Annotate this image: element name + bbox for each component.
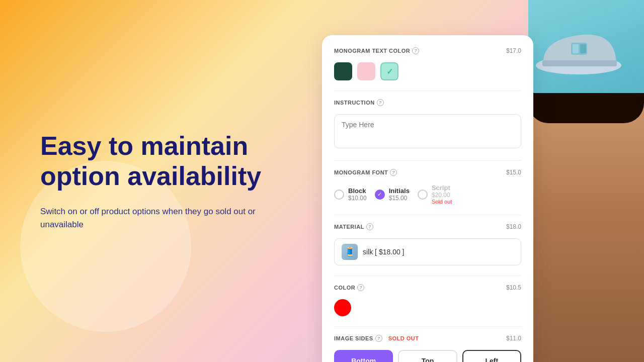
sides-header-row: IMAGE SIDES ? Sold out $11.0 [334, 335, 521, 342]
material-price: $18.0 [506, 223, 521, 230]
color-circle-red[interactable] [334, 299, 351, 316]
product-options-panel: MONOGRAM TEXT COLOR ? $17.0 ✓ INSTRUCTIO… [322, 35, 533, 362]
monogram-color-label: MONOGRAM TEXT COLOR ? [334, 47, 419, 54]
instruction-help[interactable]: ? [377, 99, 384, 106]
sides-buttons: Bottom Top Left [334, 350, 521, 362]
font-price-block: $10.00 [348, 195, 367, 202]
monogram-color-header: MONOGRAM TEXT COLOR ? $17.0 [334, 47, 521, 54]
material-icon: 🧵 [342, 244, 358, 260]
font-name-script: Script [432, 184, 452, 192]
swatch-dark-green[interactable] [334, 62, 352, 80]
font-info-block: Block $10.00 [348, 187, 367, 202]
divider-5 [334, 326, 521, 327]
font-help[interactable]: ? [390, 169, 397, 176]
divider-1 [334, 90, 521, 91]
side-btn-bottom[interactable]: Bottom [334, 350, 393, 362]
side-btn-top[interactable]: Top [398, 350, 457, 362]
font-price-initials: $15.00 [389, 195, 410, 202]
sides-sold-out: Sold out [388, 335, 419, 341]
instruction-label: INSTRUCTION ? [334, 99, 384, 106]
svg-rect-1 [542, 60, 617, 66]
divider-2 [334, 160, 521, 161]
left-section: Easy to maintain option availability Swi… [0, 0, 322, 362]
material-label: MATERIAL ? [334, 223, 373, 230]
font-option-script[interactable]: Script $20.00 Sold out [418, 184, 452, 205]
color-label: COLOR ? [334, 284, 364, 291]
monogram-color-help[interactable]: ? [412, 47, 419, 54]
font-price: $15.0 [506, 169, 521, 176]
instruction-section: INSTRUCTION ? [334, 99, 521, 150]
material-header: MATERIAL ? $18.0 [334, 223, 521, 230]
divider-4 [334, 276, 521, 276]
svg-rect-4 [580, 44, 586, 53]
font-info-script: Script $20.00 Sold out [432, 184, 452, 205]
font-name-initials: Initials [389, 187, 410, 195]
radio-script[interactable] [418, 190, 428, 200]
svg-rect-3 [573, 44, 579, 53]
instruction-header: INSTRUCTION ? [334, 99, 521, 106]
color-section: COLOR ? $10.5 [334, 284, 521, 316]
radio-initials[interactable] [375, 190, 385, 200]
color-help[interactable]: ? [357, 284, 364, 291]
side-btn-left[interactable]: Left [462, 350, 521, 362]
image-sides-section: IMAGE SIDES ? Sold out $11.0 Bottom Top … [334, 335, 521, 362]
font-label: MONOGRAM FONT ? [334, 169, 397, 176]
font-option-block[interactable]: Block $10.00 [334, 184, 367, 205]
sub-heading: Switch on or off product options when th… [40, 205, 262, 231]
font-header: MONOGRAM FONT ? $15.0 [334, 169, 521, 176]
right-photo-area [528, 0, 644, 362]
color-header: COLOR ? $10.5 [334, 284, 521, 291]
swatch-mint[interactable]: ✓ [380, 62, 398, 80]
material-dropdown[interactable]: 🧵 silk [ $18.00 ] [334, 238, 521, 265]
swatch-checkmark: ✓ [386, 67, 393, 76]
font-sold-out-script: Sold out [432, 199, 452, 205]
material-value: silk [ $18.00 ] [363, 248, 405, 256]
font-price-script: $20.00 [432, 192, 452, 199]
material-help[interactable]: ? [366, 223, 373, 230]
sides-price: $11.0 [506, 335, 521, 342]
main-heading: Easy to maintain option availability [40, 131, 282, 192]
hat-illustration [533, 10, 634, 90]
font-options: Block $10.00 Initials $15.00 Script $20.… [334, 184, 521, 205]
monogram-color-price: $17.0 [506, 47, 521, 54]
font-name-block: Block [348, 187, 367, 195]
radio-block[interactable] [334, 190, 344, 200]
instruction-textarea[interactable] [334, 114, 521, 148]
color-price: $10.5 [506, 284, 521, 291]
sides-label: IMAGE SIDES ? Sold out [334, 335, 419, 342]
color-swatches: ✓ [334, 62, 521, 80]
sides-help[interactable]: ? [375, 335, 382, 342]
font-option-initials[interactable]: Initials $15.00 [375, 184, 410, 205]
divider-3 [334, 215, 521, 215]
swatch-light-pink[interactable] [357, 62, 375, 80]
font-info-initials: Initials $15.00 [389, 187, 410, 202]
